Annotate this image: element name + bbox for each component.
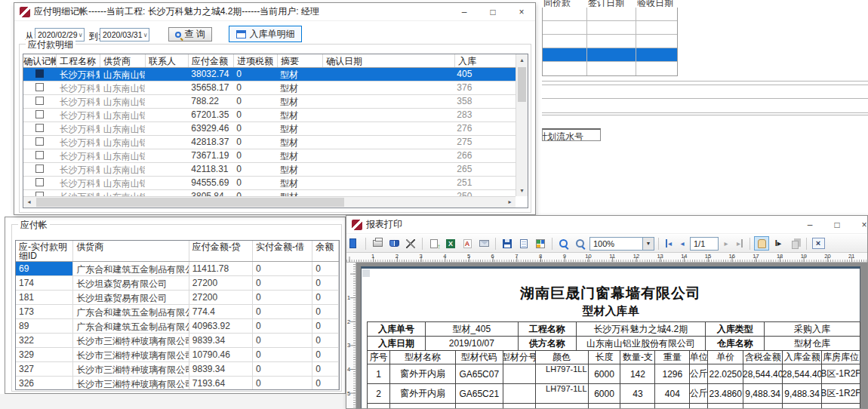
- vertical-scrollbar[interactable]: ▴ ▾: [516, 54, 528, 196]
- ruler-number: 16: [729, 253, 735, 260]
- table-row[interactable]: 327长沙市三湘特种玻璃有限公司9839.3400: [16, 362, 339, 377]
- grid-cell: 11411.78: [189, 262, 253, 275]
- copy-pages-icon[interactable]: [787, 236, 802, 251]
- maximize-icon[interactable]: □: [825, 216, 849, 234]
- column-header[interactable]: 应付金额: [189, 54, 234, 67]
- column-header[interactable]: 进项税额: [234, 54, 278, 67]
- export-report-icon[interactable]: [346, 236, 362, 251]
- payable-account-grid[interactable]: 应-实付款明细ID供货商应付金额-贷实付金额-借余额 69广东合和建筑五金制品有…: [15, 240, 340, 390]
- row-checkbox[interactable]: [35, 124, 44, 132]
- column-header[interactable]: 确认记帐: [23, 54, 57, 67]
- minimize-icon[interactable]: –: [452, 3, 476, 21]
- grid-cell: 0: [233, 95, 277, 108]
- detail-cell: 2: [368, 384, 390, 404]
- row-checkbox[interactable]: [35, 83, 44, 91]
- column-header[interactable]: 余额: [312, 241, 339, 261]
- detail-column-header: 型材名称: [390, 351, 456, 364]
- table-row[interactable]: 长沙万科魅力...山东南山铝业...42118.310型材265: [23, 163, 516, 177]
- next-page-icon[interactable]: ▸: [720, 239, 732, 248]
- zoom-out-icon[interactable]: [573, 236, 588, 251]
- column-header[interactable]: 联系人: [146, 54, 189, 67]
- scrollbar-thumb[interactable]: [518, 67, 526, 102]
- first-page-icon[interactable]: ◂: [663, 239, 675, 248]
- table-row[interactable]: 长沙万科魅力...山东南山铝业...67201.350型材283: [23, 109, 516, 122]
- table-row[interactable]: 长沙万科魅力...山东南山铝业...788.220型材358: [23, 95, 516, 109]
- grid-cell: 0: [312, 262, 339, 275]
- table-row[interactable]: 322长沙市三湘特种玻璃有限公司9839.3400: [16, 334, 339, 348]
- maximize-icon[interactable]: □: [481, 3, 505, 21]
- table-row[interactable]: 长沙万科魅力...山东南山铝业...63929.460型材276: [23, 122, 516, 136]
- chevron-down-icon[interactable]: ∨: [143, 32, 149, 38]
- zoom-level-input[interactable]: 100% ▼: [589, 237, 654, 251]
- table-row[interactable]: 长沙万科魅力...山东南山铝业...3805.840型材250: [23, 190, 516, 196]
- zoom-in-icon[interactable]: [556, 236, 571, 251]
- group-label: 应付款明细: [26, 38, 75, 51]
- column-header[interactable]: 应-实付款明细ID: [16, 241, 73, 261]
- send-mail-icon[interactable]: [476, 236, 491, 251]
- view-grid-icon[interactable]: [533, 236, 548, 251]
- chevron-down-icon[interactable]: ▼: [642, 238, 654, 250]
- export-image-icon[interactable]: [426, 236, 442, 251]
- book-icon[interactable]: [386, 236, 402, 251]
- scrollbar-thumb[interactable]: [36, 198, 344, 207]
- table-row[interactable]: 326长沙市三湘特种玻璃有限公司7193.6400: [16, 377, 339, 389]
- scroll-left-icon[interactable]: ◂: [23, 197, 35, 208]
- close-icon[interactable]: ×: [852, 216, 868, 234]
- to-date-picker[interactable]: 2020/03/31 ∨: [100, 28, 149, 42]
- column-header[interactable]: 入库: [455, 54, 517, 67]
- row-checkbox[interactable]: [35, 151, 44, 159]
- horizontal-scrollbar[interactable]: ◂ ▸: [23, 196, 516, 208]
- table-row[interactable]: 173广东合和建筑五金制品有限公司774.400: [16, 305, 339, 319]
- table-row[interactable]: 长沙万科魅力...山东南山铝业...73671.190型材266: [23, 149, 516, 163]
- table-row[interactable]: 长沙万科魅力...山东南山铝业...94555.690型材251: [23, 177, 516, 190]
- chevron-down-icon[interactable]: ∨: [78, 32, 84, 38]
- scroll-right-icon[interactable]: ▸: [504, 197, 516, 208]
- hand-tool-icon[interactable]: [754, 236, 769, 251]
- row-checkbox[interactable]: [35, 110, 44, 118]
- last-page-icon[interactable]: ▸: [734, 239, 746, 248]
- scroll-up-icon[interactable]: ▴: [516, 54, 528, 66]
- prev-page-icon[interactable]: ◂: [676, 239, 688, 248]
- page-setup-icon[interactable]: [403, 236, 418, 251]
- table-row[interactable]: 329长沙市三湘特种玻璃有限公司10790.4600: [16, 348, 339, 362]
- text-select-tool-icon[interactable]: I▸: [771, 236, 786, 251]
- query-button[interactable]: 查 询: [168, 27, 212, 42]
- checkbox-cell: [23, 109, 57, 121]
- close-preview-icon[interactable]: ×: [811, 236, 826, 251]
- row-checkbox[interactable]: [35, 97, 44, 105]
- column-header[interactable]: 实付金额-借: [253, 241, 312, 261]
- table-row[interactable]: 181长沙坦森贸易有限公司2720000: [16, 291, 339, 305]
- table-row[interactable]: 长沙万科魅力...山东南山铝业...42818.370型材275: [23, 136, 516, 149]
- grid-cell: 27200: [189, 291, 253, 304]
- table-row[interactable]: 69广东合和建筑五金制品有限公司11411.7800: [16, 262, 339, 276]
- column-header[interactable]: 供货商: [73, 241, 189, 261]
- bg-grid-row-selected[interactable]: [543, 48, 677, 62]
- row-checkbox[interactable]: [35, 69, 44, 78]
- table-row[interactable]: 长沙万科魅力...山东南山铝业...38032.740型材405: [23, 68, 516, 81]
- table-row[interactable]: 89广东合和建筑五金制品有限公司40963.9200: [16, 319, 339, 334]
- column-header[interactable]: 应付金额-贷: [189, 241, 253, 261]
- table-row[interactable]: 长沙万科魅力...山东南山铝业...35658.170型材376: [23, 81, 516, 95]
- export-excel-icon[interactable]: [443, 236, 458, 251]
- minimize-icon[interactable]: –: [798, 216, 822, 234]
- scroll-down-icon[interactable]: ▾: [516, 185, 528, 196]
- save-icon[interactable]: [500, 236, 515, 251]
- close-icon[interactable]: ×: [509, 3, 534, 21]
- grid-cell: 322: [16, 334, 73, 347]
- table-row[interactable]: 174长沙坦森贸易有限公司2720000: [16, 276, 339, 291]
- payable-detail-grid[interactable]: 确认记帐工程名称供货商联系人应付金额进项税额摘要确认日期入库 长沙万科魅力...…: [23, 54, 528, 208]
- titlebar: 报表打印: [346, 216, 867, 234]
- column-header[interactable]: 工程名称: [57, 54, 100, 67]
- row-checkbox[interactable]: [35, 137, 44, 146]
- printer-icon[interactable]: [370, 236, 385, 251]
- column-header[interactable]: 摘要: [278, 54, 323, 67]
- column-header[interactable]: 供货商: [100, 54, 146, 67]
- view-page-icon[interactable]: [516, 236, 531, 251]
- export-pdf-icon[interactable]: [460, 236, 475, 251]
- column-header[interactable]: 确认日期: [323, 54, 455, 67]
- row-checkbox[interactable]: [35, 165, 44, 173]
- page-number-input[interactable]: 1/1: [690, 237, 719, 251]
- inbound-detail-button[interactable]: 入库单明细: [229, 26, 302, 42]
- report-preview-area[interactable]: 湖南巨晟门窗幕墙有限公司 型材入库单 入库单号型材_405工程名称长沙万科魅力之…: [356, 263, 867, 408]
- row-checkbox[interactable]: [35, 178, 44, 186]
